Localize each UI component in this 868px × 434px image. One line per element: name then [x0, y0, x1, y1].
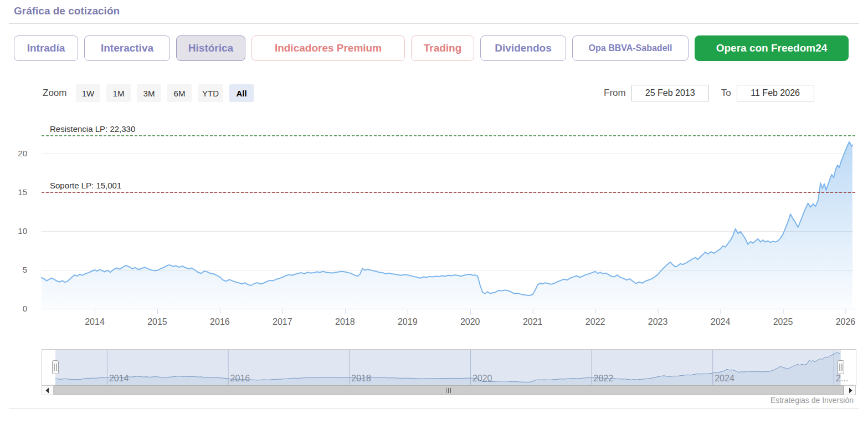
tab-indicadores-premium[interactable]: Indicadores Premium [251, 35, 405, 61]
tab-trading[interactable]: Trading [411, 35, 474, 61]
zoom-controls: Zoom 1W 1M 3M 6M YTD All [43, 84, 254, 102]
opera-freedom24-button[interactable]: Opera con Freedom24 [695, 35, 849, 61]
tab-interactiva[interactable]: Interactiva [84, 35, 170, 61]
navigator-handle-right[interactable] [838, 361, 844, 374]
zoom-all-button[interactable]: All [229, 84, 254, 102]
navigator-mask[interactable] [55, 350, 841, 385]
x-axis-label: 2016 [210, 317, 230, 326]
zoom-1m-button[interactable]: 1M [106, 84, 131, 102]
price-area-fill [42, 142, 852, 309]
x-axis-label: 2018 [335, 317, 355, 326]
y-axis-label: 10 [18, 226, 27, 236]
cotizacion-widget: 0510152020142015201620172018201920202021… [0, 0, 868, 434]
y-axis-label: 15 [18, 187, 27, 197]
credit-link[interactable]: Estrategias de Inversión [771, 396, 854, 405]
x-axis-label: 2017 [273, 317, 292, 326]
x-axis-label: 2025 [773, 317, 793, 326]
x-axis-label: 2019 [398, 317, 418, 326]
x-axis-label: 2026 [836, 317, 856, 326]
price-chart: 0510152020142015201620172018201920202021… [0, 0, 868, 434]
tab-opa-bbva-sabadell[interactable]: Opa BBVA-Sabadell [572, 35, 689, 61]
scrollbar-right-button[interactable] [844, 386, 856, 395]
zoom-ytd-button[interactable]: YTD [198, 84, 223, 102]
x-axis-label: 2022 [585, 317, 605, 326]
tab-historica[interactable]: Histórica [176, 35, 245, 61]
x-axis-label: 2014 [85, 317, 105, 326]
y-axis-label: 5 [23, 265, 27, 274]
x-axis-label: 2015 [147, 317, 167, 326]
to-label: To [721, 88, 731, 99]
y-axis-label: 0 [23, 304, 27, 313]
date-range-controls: From To [604, 84, 814, 102]
zoom-label: Zoom [43, 88, 70, 99]
scrollbar-left-button[interactable] [42, 386, 54, 395]
from-date-input[interactable] [631, 85, 709, 101]
y-axis-label: 20 [18, 149, 27, 158]
page-title: Gráfica de cotización [14, 5, 120, 17]
footer-divider [9, 409, 859, 409]
x-axis-label: 2021 [523, 317, 543, 326]
support-label: Soporte LP: 15,001 [50, 181, 121, 190]
tab-intradia[interactable]: Intradía [14, 35, 78, 61]
from-label: From [604, 88, 626, 99]
x-axis-label: 2020 [460, 317, 480, 326]
zoom-6m-button[interactable]: 6M [167, 84, 192, 102]
zoom-1w-button[interactable]: 1W [76, 84, 100, 102]
tab-dividendos[interactable]: Dividendos [480, 35, 566, 61]
navigator-handle-left[interactable] [53, 361, 59, 374]
zoom-3m-button[interactable]: 3M [137, 84, 161, 102]
x-axis-label: 2023 [648, 317, 668, 326]
header-divider [9, 23, 859, 24]
to-date-input[interactable] [737, 85, 814, 101]
chart-tabs: Intradía Interactiva Histórica Indicador… [14, 35, 849, 61]
resistance-label: Resistencia LP: 22,330 [50, 124, 135, 134]
x-axis-label: 2024 [711, 317, 731, 326]
